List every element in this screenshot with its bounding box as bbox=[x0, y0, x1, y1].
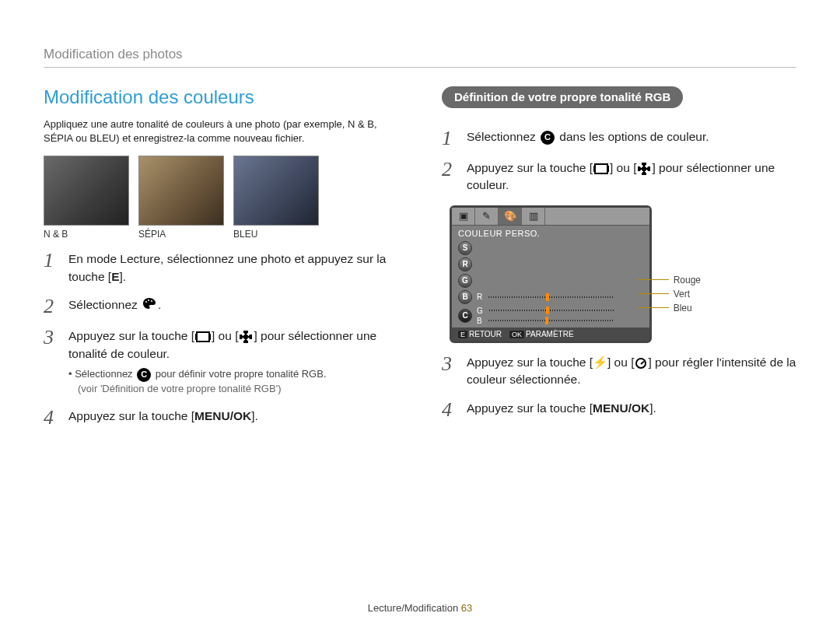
key-e: E bbox=[111, 268, 119, 285]
step-number: 2 bbox=[44, 296, 59, 317]
display-icon bbox=[594, 163, 608, 174]
preset-dot: S bbox=[458, 241, 472, 255]
step-3-note: (voir 'Définition de votre propre tonali… bbox=[78, 382, 398, 397]
r-step-1: Sélectionnez C dans les options de coule… bbox=[467, 128, 796, 149]
subtopic-pill: Définition de votre propre tonalité RGB bbox=[442, 86, 683, 108]
step-number: 1 bbox=[442, 128, 457, 149]
callout-bleu: Bleu bbox=[674, 303, 692, 313]
thumb-nb-label: N & B bbox=[44, 229, 129, 240]
screen-tabs: ▣ ✎ 🎨 ▥ bbox=[452, 208, 649, 226]
tab-icon: ▣ bbox=[452, 208, 475, 225]
palette-icon bbox=[142, 297, 156, 314]
tab-icon: ▥ bbox=[522, 208, 545, 225]
screen-subtitle: COULEUR PERSO. bbox=[452, 226, 649, 240]
custom-color-icon: C bbox=[137, 368, 151, 382]
slider-b bbox=[488, 320, 613, 321]
slider-g bbox=[489, 310, 614, 311]
thumbnail-row: N & B SÉPIA BLEU bbox=[44, 156, 398, 240]
tab-icon: ✎ bbox=[475, 208, 499, 225]
r-step-3: Appuyez sur la touche [⚡] ou [] pour rég… bbox=[467, 354, 796, 389]
r-step-4: Appuyez sur la touche [MENU/OK]. bbox=[467, 400, 796, 420]
callout-rouge: Rouge bbox=[674, 275, 701, 285]
ok-key-icon: OK bbox=[509, 331, 524, 338]
step-3-bullet: Sélectionnez C pour définir votre propre… bbox=[68, 367, 398, 382]
step-number: 3 bbox=[442, 354, 457, 389]
callouts: Rouge Vert Bleu bbox=[638, 275, 701, 317]
step-number: 4 bbox=[44, 408, 59, 428]
step-2-text: Sélectionnez . bbox=[68, 296, 398, 317]
thumb-nb-image bbox=[44, 156, 129, 226]
step-number: 1 bbox=[44, 250, 59, 285]
retour-key-icon: E bbox=[458, 331, 467, 338]
page-header: Modification des photos bbox=[44, 47, 796, 68]
step-1-text: En mode Lecture, sélectionnez une photo … bbox=[68, 250, 398, 285]
step-number: 2 bbox=[442, 159, 457, 194]
preset-dot: B bbox=[458, 290, 472, 304]
right-steps-cont: 3 Appuyez sur la touche [⚡] ou [] pour r… bbox=[442, 354, 796, 420]
left-steps: 1 En mode Lecture, sélectionnez une phot… bbox=[44, 250, 398, 428]
preset-dot: G bbox=[458, 274, 472, 288]
page-footer: Lecture/Modification 63 bbox=[0, 602, 840, 614]
retour-label: RETOUR bbox=[469, 330, 502, 338]
step-4-text: Appuyez sur la touche [MENU/OK]. bbox=[68, 408, 398, 428]
right-column: Définition de votre propre tonalité RGB … bbox=[442, 86, 796, 439]
tab-color-active: 🎨 bbox=[499, 208, 522, 225]
step-number: 3 bbox=[44, 328, 59, 397]
screen-footer: ERETOUR OKPARAMÈTRE bbox=[452, 328, 649, 341]
svg-point-2 bbox=[151, 300, 152, 302]
flash-icon: ⚡ bbox=[593, 356, 607, 369]
macro-icon bbox=[240, 331, 252, 343]
page-number: 63 bbox=[461, 602, 472, 614]
thumb-sepia-image bbox=[138, 156, 224, 226]
key-menu-ok: MENU/OK bbox=[593, 400, 649, 417]
thumb-bleu-label: BLEU bbox=[233, 229, 319, 240]
rgb-b-label: B bbox=[477, 317, 482, 325]
thumb-nb: N & B bbox=[44, 156, 129, 240]
preset-dot: R bbox=[458, 257, 472, 271]
section-title: Modification des couleurs bbox=[44, 86, 398, 108]
left-column: Modification des couleurs Appliquez une … bbox=[44, 86, 398, 439]
thumb-sepia-label: SÉPIA bbox=[138, 229, 224, 240]
timer-icon bbox=[635, 358, 646, 369]
rgb-r-label: R bbox=[477, 292, 482, 301]
param-label: PARAMÈTRE bbox=[526, 330, 574, 338]
preset-dot-selected: C bbox=[458, 309, 472, 323]
rgb-g-label: G bbox=[477, 306, 483, 315]
thumb-sepia: SÉPIA bbox=[138, 156, 224, 240]
svg-point-0 bbox=[145, 301, 147, 303]
step-3-text: Appuyez sur la touche [] ou [] pour séle… bbox=[68, 328, 398, 397]
r-step-2: Appuyez sur la touche [] ou [] pour séle… bbox=[467, 159, 796, 194]
slider-r bbox=[488, 296, 613, 298]
custom-color-icon: C bbox=[541, 131, 555, 145]
right-steps: 1 Sélectionnez C dans les options de cou… bbox=[442, 128, 796, 194]
camera-screen: ▣ ✎ 🎨 ▥ COULEUR PERSO. S R G B R bbox=[450, 205, 652, 343]
intro-text: Appliquez une autre tonalité de couleurs… bbox=[44, 117, 398, 145]
step-number: 4 bbox=[442, 400, 457, 420]
key-menu-ok: MENU/OK bbox=[194, 408, 251, 425]
thumb-bleu: BLEU bbox=[233, 156, 319, 240]
thumb-bleu-image bbox=[233, 156, 319, 226]
macro-icon bbox=[638, 163, 650, 175]
svg-point-1 bbox=[148, 299, 149, 301]
display-icon bbox=[196, 331, 210, 342]
callout-vert: Vert bbox=[674, 289, 690, 299]
